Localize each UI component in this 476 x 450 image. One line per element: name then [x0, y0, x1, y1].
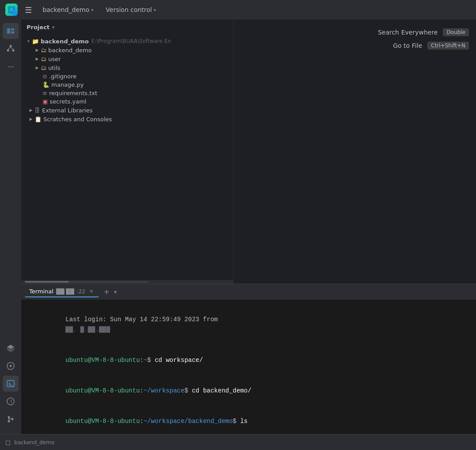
terminal-last-login: Last login: Sun May 14 22:59:49 2023 fro… [28, 305, 469, 345]
project-panel: Project ▾ ▾ 📁 backend_demo E:\Program\BU… [21, 19, 234, 284]
project-selector[interactable]: backend_demo ▾ [39, 4, 97, 15]
sidebar-icon-structure[interactable] [3, 41, 19, 57]
svg-rect-1 [7, 28, 10, 34]
svg-rect-11 [7, 381, 14, 387]
goto-file-key: Ctrl+Shift+N [427, 42, 469, 50]
secrets-yaml-icon: ▣ [42, 98, 48, 105]
svg-point-5 [7, 50, 9, 52]
sidebar-icon-layers[interactable] [3, 340, 19, 356]
terminal-tab-dropdown-icon[interactable]: ▾ [114, 289, 117, 295]
left-sidebar: ··· [0, 19, 21, 434]
external-libs-label: External Libraries [42, 107, 92, 114]
terminal-body[interactable]: Last login: Sun May 14 22:59:49 2023 fro… [21, 300, 476, 434]
bottom-bar: □ backend_demo [0, 434, 476, 450]
titlebar: ☰ backend_demo ▾ Version control ▾ [0, 0, 476, 19]
svg-point-15 [8, 416, 10, 419]
svg-line-8 [11, 47, 13, 50]
svg-rect-2 [11, 28, 14, 31]
project-panel-label: Project [27, 24, 50, 31]
tree-item-secrets-yaml[interactable]: ▣ secrets.yaml [21, 97, 233, 106]
root-folder-path: E:\Program\BUAA\Software En [92, 38, 171, 44]
requirements-icon: ≡ [42, 90, 47, 96]
version-control-chevron-icon: ▾ [154, 8, 156, 12]
tree-item-manage-py[interactable]: 🐍 manage.py [21, 81, 233, 89]
right-panel: Search Everywhere Double Go to File Ctrl… [234, 19, 476, 284]
svg-text:!: ! [10, 399, 12, 405]
utils-label: utils [48, 65, 60, 71]
horizontal-scrollbar[interactable] [21, 280, 233, 284]
sidebar-icon-run[interactable] [3, 358, 19, 374]
goto-file-hint: Go to File Ctrl+Shift+N [393, 42, 469, 50]
sidebar-bottom-group: ! [3, 340, 19, 431]
scrollbar-thumb[interactable] [25, 281, 69, 283]
search-everywhere-hint: Search Everywhere Double [378, 28, 469, 36]
svg-point-4 [10, 45, 12, 47]
version-control-label: Version control [106, 6, 152, 13]
tree-item-gitignore[interactable]: ⊘ .gitignore [21, 72, 233, 81]
sidebar-icon-project[interactable] [3, 23, 19, 39]
terminal-section: Terminal ██ ██ :22 ✕ + ▾ Last login: Sun… [21, 284, 476, 434]
sidebar-icon-terminal[interactable] [3, 376, 19, 392]
main-area: ··· [0, 19, 476, 434]
goto-file-label: Go to File [393, 42, 422, 49]
project-panel-header[interactable]: Project ▾ [21, 19, 233, 35]
terminal-tab-sub: ██ ██ [56, 288, 74, 295]
tree-item-external-libs[interactable]: ▶ 🗄 External Libraries [21, 106, 233, 115]
user-folder-icon: 🗂 [41, 56, 46, 62]
tree-item-requirements[interactable]: ≡ requirements.txt [21, 89, 233, 97]
search-everywhere-key: Double [443, 28, 469, 36]
backend-demo-folder-icon: 🗂 [41, 47, 46, 54]
tree-item-scratches[interactable]: ▶ 📋 Scratches and Consoles [21, 115, 233, 123]
sidebar-icon-more[interactable]: ··· [3, 58, 19, 74]
project-panel-chevron-icon: ▾ [52, 25, 54, 30]
scratches-arrow-icon: ▶ [27, 115, 35, 123]
bottom-bar-indicator: □ [5, 439, 11, 446]
utils-arrow-icon: ▶ [34, 64, 41, 71]
terminal-add-tab-icon[interactable]: + [101, 287, 112, 297]
hamburger-menu[interactable]: ☰ [23, 4, 34, 16]
backend-demo-label: backend_demo [48, 47, 92, 54]
file-tree: ▾ 📁 backend_demo E:\Program\BUAA\Softwar… [21, 35, 233, 280]
terminal-tab-close-icon[interactable]: ✕ [88, 288, 95, 295]
tree-item-user[interactable]: ▶ 🗂 user [21, 54, 233, 63]
scratches-label: Scratches and Consoles [43, 116, 112, 123]
tree-item-utils[interactable]: ▶ 🗂 utils [21, 63, 233, 72]
svg-point-6 [12, 50, 15, 52]
terminal-line-1: ubuntu@VM-8-8-ubuntu:~$ cd workspace/ [28, 346, 469, 375]
external-libs-arrow-icon: ▶ [27, 107, 35, 114]
root-arrow-icon: ▾ [25, 38, 32, 45]
utils-folder-icon: 🗂 [41, 65, 46, 71]
svg-point-16 [8, 420, 10, 423]
requirements-label: requirements.txt [49, 90, 97, 96]
external-libs-icon: 🗄 [35, 107, 40, 114]
terminal-tab-port: :22 [77, 288, 85, 295]
svg-marker-10 [10, 365, 12, 367]
svg-line-7 [8, 47, 11, 50]
app-logo [5, 4, 18, 16]
svg-rect-3 [11, 31, 14, 34]
scratches-icon: 📋 [35, 116, 42, 123]
tree-root[interactable]: ▾ 📁 backend_demo E:\Program\BUAA\Softwar… [21, 37, 233, 46]
root-folder-label: backend_demo [41, 38, 89, 45]
terminal-tab-label: Terminal [29, 288, 54, 295]
gitignore-icon: ⊘ [42, 73, 47, 80]
user-arrow-icon: ▶ [34, 55, 41, 62]
user-label: user [48, 56, 61, 62]
sidebar-icon-git[interactable] [3, 411, 19, 427]
project-chevron-icon: ▾ [91, 8, 93, 12]
backend-demo-arrow-icon: ▶ [34, 46, 41, 54]
sidebar-icon-problems[interactable]: ! [3, 393, 19, 409]
secrets-yaml-label: secrets.yaml [50, 98, 86, 105]
terminal-tabs: Terminal ██ ██ :22 ✕ + ▾ [21, 284, 476, 300]
search-everywhere-label: Search Everywhere [378, 29, 438, 36]
version-control-menu[interactable]: Version control ▾ [102, 4, 160, 15]
terminal-tab-main[interactable]: Terminal ██ ██ :22 ✕ [25, 286, 99, 297]
project-name-label: backend_demo [42, 6, 89, 13]
terminal-line-2: ubuntu@VM-8-8-ubuntu:~/workspace$ cd bac… [28, 376, 469, 406]
scrollbar-track [25, 281, 149, 283]
bottom-bar-project-name: backend_demo [14, 439, 54, 446]
root-folder-icon: 📁 [32, 38, 39, 45]
manage-py-label: manage.py [51, 81, 84, 88]
manage-py-icon: 🐍 [42, 81, 50, 88]
tree-item-backend-demo[interactable]: ▶ 🗂 backend_demo [21, 46, 233, 54]
